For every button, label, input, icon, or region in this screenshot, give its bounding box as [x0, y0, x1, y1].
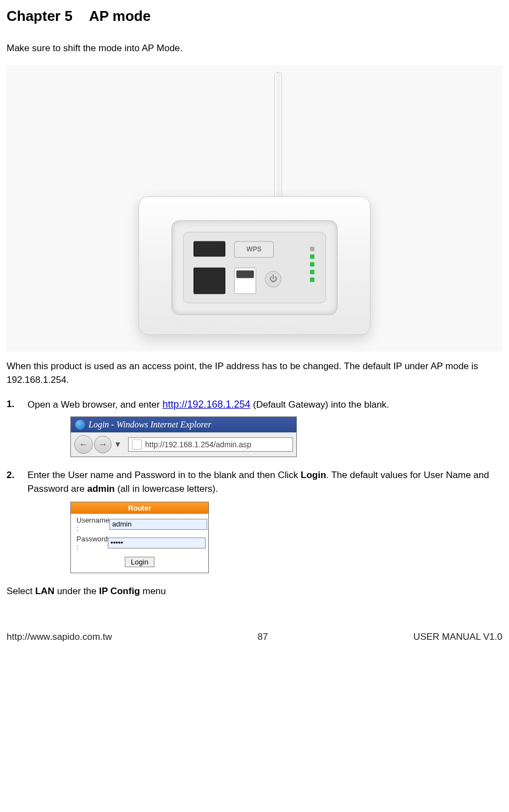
led-icon	[310, 246, 314, 251]
step-1-post: (Default Gateway) into the blank.	[251, 399, 389, 410]
chapter-number: Chapter 5	[7, 8, 73, 24]
router-panel: WPS	[171, 220, 338, 315]
step-1-pre: Open a Web browser, and enter	[27, 399, 162, 410]
led-column	[295, 243, 319, 282]
product-image: WPS	[7, 65, 502, 352]
page-title: Chapter 5AP mode	[7, 6, 502, 27]
address-field: http://192.168.1.254/admin.asp	[128, 437, 293, 452]
intro-text: Make sure to shift the mode into AP Mode…	[7, 41, 502, 56]
wps-button: WPS	[234, 241, 274, 257]
step-2-post: (all in lowercase letters).	[115, 484, 218, 494]
router-body: WPS	[139, 196, 370, 335]
step-text: Enter the User name and Password in to t…	[27, 470, 489, 495]
page-icon	[132, 440, 142, 449]
step-2-login-word: Login	[301, 470, 326, 480]
footer-manual-version: USER MANUAL V1.0	[413, 632, 502, 643]
back-button-icon: ←	[74, 435, 93, 454]
chapter-title: AP mode	[89, 8, 151, 24]
password-input	[108, 537, 206, 548]
login-submit-row: Login	[71, 551, 208, 569]
login-username-row: Username :	[71, 514, 208, 533]
power-button-icon	[265, 271, 281, 287]
last-line-lan: LAN	[35, 586, 54, 596]
last-line-mid: under the	[54, 586, 99, 596]
usb-port-icon	[193, 241, 225, 256]
ie-icon	[75, 420, 85, 430]
router-antenna	[274, 72, 282, 216]
login-header: Router	[71, 502, 208, 514]
after-image-text: When this product is used as an access p…	[7, 359, 502, 387]
chevron-down-icon: ▾	[113, 437, 123, 452]
last-line-pre: Select	[7, 586, 35, 596]
lan-port-icon	[193, 267, 225, 294]
step-2-admin-word: admin	[87, 484, 115, 494]
led-icon	[310, 262, 314, 266]
last-line-ipconfig: IP Config	[99, 586, 140, 596]
step-number: 2.	[7, 468, 14, 482]
step-text: Open a Web browser, and enter http://192…	[27, 399, 389, 410]
step-2-pre: Enter the User name and Password in to t…	[27, 470, 301, 480]
forward-button-icon: →	[94, 436, 112, 453]
step-1: 1. Open a Web browser, and enter http://…	[7, 397, 502, 457]
gateway-url-link[interactable]: http://192.168.1.254	[162, 399, 250, 410]
step-2: 2. Enter the User name and Password in t…	[7, 468, 502, 574]
footer-page-number: 87	[258, 632, 268, 643]
login-screenshot: Router Username : Password : Login	[70, 502, 209, 574]
username-label: Username :	[76, 516, 109, 533]
mode-switch-icon	[234, 267, 256, 294]
router-panel-inner: WPS	[183, 232, 326, 303]
select-lan-text: Select LAN under the IP Config menu	[7, 584, 502, 599]
footer-url: http://www.sapido.com.tw	[7, 632, 112, 643]
login-button: Login	[125, 557, 154, 567]
led-icon	[310, 270, 314, 274]
step-number: 1.	[7, 397, 14, 412]
address-text: http://192.168.1.254/admin.asp	[145, 440, 251, 449]
password-label: Password :	[76, 535, 108, 551]
last-line-post: menu	[140, 586, 166, 596]
page-footer: http://www.sapido.com.tw 87 USER MANUAL …	[7, 632, 502, 643]
browser-title-text: Login - Windows Internet Explorer	[88, 420, 211, 430]
browser-screenshot: Login - Windows Internet Explorer ← → ▾ …	[70, 416, 297, 457]
browser-title-bar: Login - Windows Internet Explorer	[71, 417, 296, 432]
led-icon	[310, 277, 314, 282]
browser-nav-bar: ← → ▾ http://192.168.1.254/admin.asp	[71, 432, 296, 457]
username-input	[109, 519, 207, 530]
login-password-row: Password :	[71, 533, 208, 551]
led-icon	[310, 254, 314, 259]
